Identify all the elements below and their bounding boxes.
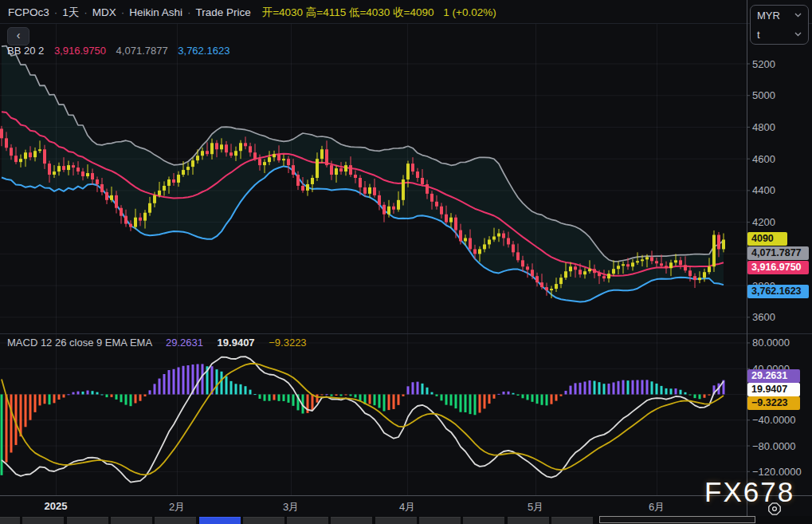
taskbar-item[interactable] xyxy=(551,517,593,524)
taskbar-item[interactable] xyxy=(155,517,196,524)
currency-value: MYR xyxy=(757,10,780,22)
macd-legend[interactable]: MACD 12 26 close 9 EMA EMA 29.2631 19.94… xyxy=(7,337,307,349)
bb-basis-label: 3,916.9750 xyxy=(747,261,809,274)
price-tick-label: 4800 xyxy=(752,121,808,133)
price-source-label: Trade Price xyxy=(196,6,251,18)
time-tick-label: 2月 xyxy=(149,500,205,514)
time-tick-label: 4月 xyxy=(379,500,435,514)
price-tick-label: 4200 xyxy=(752,216,808,228)
interval-label[interactable]: 1天 xyxy=(62,6,79,18)
taskbar-item-active[interactable] xyxy=(199,517,241,524)
chevron-left-icon: ‹ xyxy=(17,29,21,41)
time-tick-label: 5月 xyxy=(508,500,563,514)
time-tick-label: 2025 xyxy=(28,500,84,512)
taskbar-item[interactable] xyxy=(243,517,284,524)
taskbar-item[interactable] xyxy=(463,517,504,524)
separator-dot: · xyxy=(84,6,88,18)
bb-lower-label: 3,762.1623 xyxy=(747,285,809,298)
macd-tick-label: −40.0000 xyxy=(752,414,810,426)
last-price-label: 4090 xyxy=(747,232,787,246)
macd-signal-label: −9.3223 xyxy=(747,396,800,410)
macd-title: MACD 12 26 close 9 EMA EMA xyxy=(7,337,151,349)
symbol-name[interactable]: FCPOc3 xyxy=(8,6,49,18)
bollinger-legend[interactable]: BB 20 2 3,916.9750 4,071.7877 3,762.1623 xyxy=(7,45,229,57)
chart-type-label: Heikin Ashi xyxy=(129,6,182,18)
bb-basis-value: 3,916.9750 xyxy=(54,45,106,57)
axis-settings-box: MYR t xyxy=(750,5,809,45)
macd-tick-label: −80.0000 xyxy=(752,440,810,452)
price-tick-label: 5000 xyxy=(752,89,808,101)
chevron-down-icon xyxy=(794,32,802,37)
unit-dropdown[interactable]: t xyxy=(751,25,808,44)
taskbar[interactable] xyxy=(0,516,812,524)
taskbar-item[interactable] xyxy=(375,517,417,524)
bb-upper-value: 4,071.7877 xyxy=(116,45,168,57)
chevron-down-icon xyxy=(794,13,802,18)
taskbar-item[interactable] xyxy=(331,517,372,524)
price-tick-label: 4600 xyxy=(752,153,808,165)
separator-dot: · xyxy=(54,6,58,18)
chart-canvas[interactable] xyxy=(0,0,812,524)
exchange-label: MDX xyxy=(92,6,116,18)
price-tick-label: 4400 xyxy=(752,184,808,196)
taskbar-item[interactable] xyxy=(287,517,328,524)
trading-app: FCPOc3·1天·MDX·Heikin Ashi·Trade Price 开=… xyxy=(0,0,812,524)
ohlc-values: 开=4030 高=4115 低=4030 收=4090 xyxy=(262,6,434,18)
unit-value: t xyxy=(757,29,760,41)
currency-dropdown[interactable]: MYR xyxy=(751,6,808,25)
bb-title: BB 20 2 xyxy=(7,45,44,57)
separator-dot: · xyxy=(187,6,191,18)
taskbar-item[interactable] xyxy=(0,517,20,524)
price-tick-label: 3600 xyxy=(752,311,808,323)
macd-line-label: 19.9407 xyxy=(747,383,800,396)
taskbar-item[interactable] xyxy=(22,517,64,524)
taskbar-item[interactable] xyxy=(508,517,549,524)
macd-tick-label: 80.0000 xyxy=(752,337,810,349)
bb-lower-value: 3,762.1623 xyxy=(178,45,229,57)
taskbar-item[interactable] xyxy=(67,517,108,524)
macd-hist-label: 29.2631 xyxy=(747,369,800,383)
separator-dot: · xyxy=(121,6,125,18)
macd-signal-value: −9.3223 xyxy=(269,337,306,349)
bb-upper-label: 4,071.7877 xyxy=(747,246,809,260)
macd-line-value: 19.9407 xyxy=(218,337,255,349)
change-value: 1 (+0.02%) xyxy=(443,6,496,18)
macd-histogram-value: 29.2631 xyxy=(166,337,203,349)
time-tick-label: 6月 xyxy=(629,500,685,514)
taskbar-item[interactable] xyxy=(419,517,461,524)
taskbar-panel[interactable] xyxy=(599,516,755,523)
symbol-legend[interactable]: FCPOc3·1天·MDX·Heikin Ashi·Trade Price 开=… xyxy=(8,6,496,20)
taskbar-item[interactable] xyxy=(111,517,152,524)
back-button[interactable]: ‹ xyxy=(7,27,29,45)
settings-icon xyxy=(767,502,783,518)
time-tick-label: 3月 xyxy=(263,500,319,514)
price-tick-label: 5200 xyxy=(752,58,808,70)
